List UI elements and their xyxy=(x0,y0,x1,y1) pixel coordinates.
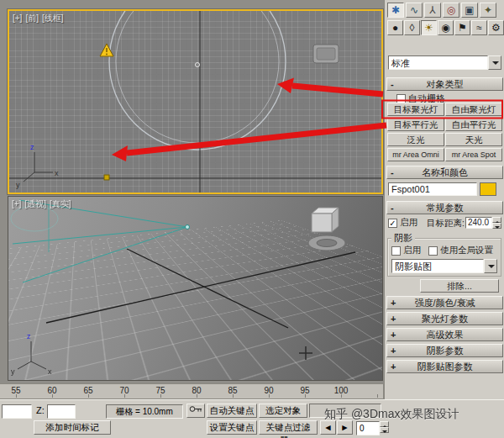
shadow-type-value[interactable]: 阴影贴图 xyxy=(391,259,484,273)
axis-x-label: x xyxy=(55,169,59,177)
light-node-marker[interactable] xyxy=(104,175,109,180)
use-global-checkbox[interactable] xyxy=(428,246,438,256)
light-type-dropdown[interactable]: 标准 xyxy=(388,55,501,70)
axis-x-label: x xyxy=(48,367,52,376)
front-viewport-canvas: z x y xyxy=(9,11,381,193)
rollout-general-params[interactable]: - 常规参数 xyxy=(386,201,503,214)
geometry-category-button[interactable]: ● xyxy=(387,20,403,35)
rollout-shadow-params[interactable]: + 阴影参数 xyxy=(386,344,503,357)
shadow-enable-row[interactable]: 启用 xyxy=(391,245,421,256)
systems-icon: ⚙ xyxy=(491,22,501,34)
scene-object-front[interactable] xyxy=(313,45,339,63)
viewport-shading-menu[interactable]: [真实] xyxy=(50,199,71,208)
light-enable-row[interactable]: ✓ 启用 xyxy=(388,217,417,229)
helpers-category-button[interactable]: ⚑ xyxy=(454,20,470,35)
rollout-name-color[interactable]: - 名称和颜色 xyxy=(386,166,503,179)
hierarchy-tab[interactable]: ⅄ xyxy=(424,3,441,18)
track-bar[interactable]: 55 60 65 70 75 80 85 90 95 100 xyxy=(0,383,384,399)
set-key-button[interactable]: 设置关键点 xyxy=(207,420,257,435)
utilities-tab[interactable]: ✦ xyxy=(480,3,496,18)
object-name-input[interactable]: Fspot001 xyxy=(388,182,477,196)
display-tab[interactable]: ▣ xyxy=(461,3,478,18)
omni-button[interactable]: 泛光 xyxy=(387,133,444,146)
add-time-tag-button[interactable]: 添加时间标记 xyxy=(34,420,111,435)
target-distance-spinner[interactable] xyxy=(492,217,501,229)
rollout-spotlight-params[interactable]: + 聚光灯参数 xyxy=(386,312,503,325)
target-spotlight-button[interactable]: 目标聚光灯 xyxy=(387,103,444,116)
warning-triangle-icon xyxy=(100,44,113,56)
use-global-row[interactable]: 使用全局设置 xyxy=(428,245,493,256)
rollout-object-type[interactable]: - 对象类型 xyxy=(386,77,503,91)
viewport-persp-label[interactable]: [+][透视][真实] xyxy=(12,198,75,210)
coordinate-x-input[interactable] xyxy=(2,404,32,419)
shadow-enable-checkbox[interactable] xyxy=(391,246,401,256)
next-key-icon: ► xyxy=(340,422,349,432)
expand-indicator: + xyxy=(391,329,396,340)
next-key-button[interactable]: ► xyxy=(337,420,353,435)
shapes-category-button[interactable]: ◊ xyxy=(404,20,420,35)
create-tab[interactable]: ✱ xyxy=(387,3,404,18)
auto-key-button[interactable]: 自动关键点 xyxy=(207,404,257,418)
mr-area-omni-button[interactable]: mr Area Omni xyxy=(387,148,444,161)
status-bar: Z: 栅格 = 10.0mm 自动关键点 选定对象 添加时间标记 设置关键点 关… xyxy=(0,399,504,438)
target-distance-input[interactable]: 240.0 xyxy=(465,217,492,229)
viewport-front[interactable]: [+][前][线框] xyxy=(8,9,383,194)
viewport-shading-menu[interactable]: [线框] xyxy=(42,13,64,23)
rollout-title: 名称和颜色 xyxy=(422,167,468,177)
spinner-down-icon[interactable] xyxy=(492,223,501,229)
frame-spinner[interactable] xyxy=(380,421,389,433)
spinner-up-icon[interactable] xyxy=(492,217,501,223)
viewport-front-label[interactable]: [+][前][线框] xyxy=(13,13,67,24)
free-direct-button[interactable]: 自由平行光 xyxy=(445,118,502,131)
object-color-swatch[interactable] xyxy=(480,182,496,196)
systems-category-button[interactable]: ⚙ xyxy=(488,20,504,35)
cameras-icon: ◉ xyxy=(441,22,449,34)
spotlight-hotspot-circle xyxy=(116,11,279,143)
viewport-menu-plus[interactable]: [+] xyxy=(12,199,21,208)
crosshair-cursor xyxy=(299,346,312,360)
lights-category-button[interactable]: ☀ xyxy=(421,20,437,35)
key-filters-button[interactable]: 关键点过滤器... xyxy=(259,420,318,435)
modify-tab[interactable]: ∿ xyxy=(406,3,423,18)
shadow-type-dropdown[interactable]: 阴影贴图 xyxy=(391,259,497,273)
spotlight-cone-lines xyxy=(11,200,187,282)
spotlight-apex-marker[interactable] xyxy=(186,225,190,230)
viewport-name-menu[interactable]: [前] xyxy=(25,13,39,23)
chevron-down-icon[interactable] xyxy=(484,259,497,273)
coordinate-z-input[interactable] xyxy=(47,404,76,419)
collapse-indicator: - xyxy=(391,78,394,90)
trackbar-tick: 90 xyxy=(258,386,280,395)
trackbar-tick: 55 xyxy=(5,386,27,395)
set-keys-button[interactable] xyxy=(186,404,205,418)
spacewarps-category-button[interactable]: ≈ xyxy=(471,20,487,35)
exclude-button[interactable]: 排除... xyxy=(420,279,499,293)
spinner-down-icon[interactable] xyxy=(380,427,389,433)
viewport-menu-plus[interactable]: [+] xyxy=(13,13,22,23)
target-direct-button[interactable]: 目标平行光 xyxy=(387,118,444,131)
spinner-up-icon[interactable] xyxy=(380,421,389,427)
light-type-dropdown-value[interactable]: 标准 xyxy=(388,55,488,70)
skylight-button[interactable]: 天光 xyxy=(445,133,502,146)
collapse-indicator: - xyxy=(391,166,394,178)
mr-area-spot-button[interactable]: mr Area Spot xyxy=(445,148,502,161)
free-spotlight-button[interactable]: 自由聚光灯 xyxy=(445,103,502,116)
trackbar-tick: 65 xyxy=(77,386,99,395)
viewport-perspective[interactable]: [+][透视][真实] xyxy=(8,196,383,381)
cameras-category-button[interactable]: ◉ xyxy=(438,20,454,35)
scene-object-perspective[interactable] xyxy=(308,208,345,251)
previous-key-button[interactable]: ◄ xyxy=(320,420,336,435)
viewport-name-menu[interactable]: [透视] xyxy=(24,199,46,208)
trackbar-tick: 70 xyxy=(113,386,135,395)
spacewarps-icon: ≈ xyxy=(476,22,482,34)
rollout-intensity-color-attenuation[interactable]: + 强度/颜色/衰减 xyxy=(386,296,503,309)
viewport-area: [+][前][线框] xyxy=(0,0,384,383)
motion-tab[interactable]: ◎ xyxy=(443,3,459,18)
current-frame-input[interactable]: 0 xyxy=(356,421,380,435)
rollout-shadow-map-params[interactable]: + 阴影贴图参数 xyxy=(386,360,503,373)
utilities-icon: ✦ xyxy=(484,4,492,16)
chevron-down-icon[interactable] xyxy=(488,55,501,70)
autogrid-checkbox[interactable] xyxy=(396,94,406,103)
light-enable-checkbox[interactable]: ✓ xyxy=(388,219,397,228)
rollout-advanced-effects[interactable]: + 高级效果 xyxy=(386,328,503,341)
rollout-title: 强度/颜色/衰减 xyxy=(414,298,475,308)
